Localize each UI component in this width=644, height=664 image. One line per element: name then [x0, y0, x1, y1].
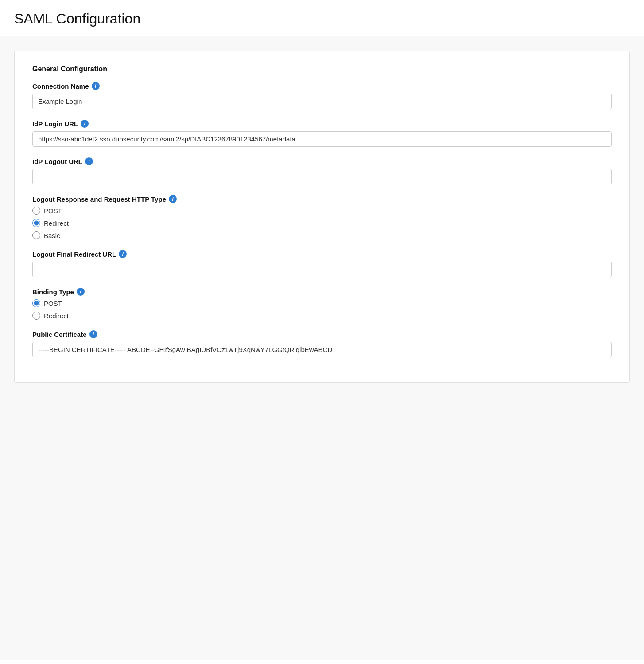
logout-http-type-basic-option[interactable]: Basic: [32, 231, 612, 239]
logout-http-type-info-icon[interactable]: i: [169, 195, 177, 203]
idp-login-url-group: IdP Login URL i: [32, 120, 612, 147]
logout-final-redirect-url-label: Logout Final Redirect URL i: [32, 250, 612, 258]
connection-name-input[interactable]: [32, 94, 612, 109]
idp-login-url-label: IdP Login URL i: [32, 120, 612, 128]
main-content: General Configuration Connection Name i …: [0, 36, 644, 660]
connection-name-info-icon[interactable]: i: [92, 82, 100, 90]
binding-type-label: Binding Type i: [32, 288, 612, 296]
config-card: General Configuration Connection Name i …: [14, 51, 630, 383]
page-title: SAML Configuration: [14, 11, 630, 27]
logout-final-redirect-url-info-icon[interactable]: i: [119, 250, 127, 258]
page-header: SAML Configuration: [0, 0, 644, 36]
binding-type-redirect-option[interactable]: Redirect: [32, 312, 612, 320]
public-certificate-info-icon[interactable]: i: [89, 330, 97, 338]
public-certificate-group: Public Certificate i: [32, 330, 612, 357]
binding-type-post-radio[interactable]: [32, 299, 40, 307]
logout-http-type-label: Logout Response and Request HTTP Type i: [32, 195, 612, 203]
idp-logout-url-input[interactable]: [32, 169, 612, 184]
logout-http-type-radio-group: POST Redirect Basic: [32, 207, 612, 239]
idp-login-url-info-icon[interactable]: i: [81, 120, 89, 128]
logout-http-type-redirect-radio[interactable]: [32, 219, 40, 227]
logout-final-redirect-url-input[interactable]: [32, 262, 612, 277]
logout-http-type-basic-radio[interactable]: [32, 231, 40, 239]
binding-type-post-option[interactable]: POST: [32, 299, 612, 307]
binding-type-redirect-radio[interactable]: [32, 312, 40, 320]
logout-http-type-redirect-option[interactable]: Redirect: [32, 219, 612, 227]
connection-name-label: Connection Name i: [32, 82, 612, 90]
connection-name-group: Connection Name i: [32, 82, 612, 109]
public-certificate-label: Public Certificate i: [32, 330, 612, 338]
section-title: General Configuration: [32, 65, 612, 73]
logout-http-type-group: Logout Response and Request HTTP Type i …: [32, 195, 612, 239]
idp-logout-url-info-icon[interactable]: i: [85, 157, 93, 165]
idp-logout-url-label: IdP Logout URL i: [32, 157, 612, 165]
logout-final-redirect-url-group: Logout Final Redirect URL i: [32, 250, 612, 277]
logout-http-type-post-radio[interactable]: [32, 207, 40, 215]
logout-http-type-post-option[interactable]: POST: [32, 207, 612, 215]
idp-login-url-input[interactable]: [32, 131, 612, 147]
public-certificate-input[interactable]: [32, 342, 612, 357]
binding-type-radio-group: POST Redirect: [32, 299, 612, 320]
binding-type-info-icon[interactable]: i: [77, 288, 85, 296]
binding-type-group: Binding Type i POST Redirect: [32, 288, 612, 320]
idp-logout-url-group: IdP Logout URL i: [32, 157, 612, 184]
